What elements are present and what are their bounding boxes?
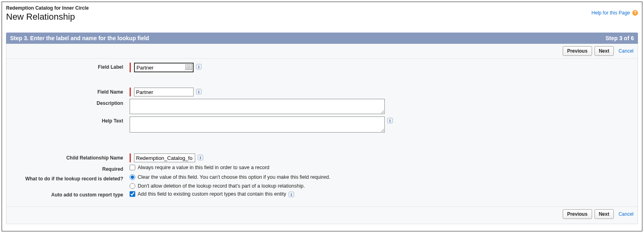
delete-action-label: What to do if the lookup record is delet… [12, 174, 130, 182]
child-relationship-name-input[interactable] [134, 153, 195, 162]
field-name-input[interactable] [134, 88, 194, 96]
page-title: New Relationship [6, 12, 89, 22]
step-progress: Step 3 of 6 [605, 35, 634, 41]
required-text: Always require a value in this field in … [138, 165, 269, 170]
next-button-bottom[interactable]: Next [594, 209, 614, 219]
required-bar [130, 153, 131, 162]
step-header: Step 3. Enter the label and name for the… [6, 33, 638, 44]
field-name-label: Field Name [12, 88, 130, 95]
autofill-icon [186, 64, 192, 70]
auto-add-label: Auto add to custom report type [12, 190, 130, 198]
auto-add-text: Add this field to existing custom report… [138, 191, 286, 197]
required-bar [130, 63, 131, 72]
info-icon[interactable]: i [289, 192, 294, 197]
page-subtitle: Redemption Catalog for Inner Circle [6, 5, 89, 11]
help-icon: ? [632, 10, 638, 16]
cancel-link-bottom[interactable]: Cancel [619, 211, 634, 217]
step-title: Step 3. Enter the label and name for the… [10, 35, 149, 41]
cancel-link[interactable]: Cancel [619, 48, 634, 54]
auto-add-checkbox[interactable] [130, 191, 135, 197]
delete-clear-radio[interactable] [130, 174, 135, 180]
info-icon[interactable]: i [387, 118, 393, 123]
previous-button-bottom[interactable]: Previous [563, 209, 592, 219]
field-label-label: Field Label [12, 63, 130, 70]
info-icon[interactable]: i [196, 89, 202, 94]
description-input[interactable] [130, 99, 385, 114]
help-for-page-link[interactable]: Help for this Page ? [592, 10, 638, 16]
delete-clear-text: Clear the value of this field. You can't… [138, 174, 330, 180]
next-button[interactable]: Next [594, 46, 614, 56]
child-rel-label: Child Relationship Name [12, 153, 130, 161]
info-icon[interactable]: i [196, 64, 202, 69]
previous-button[interactable]: Previous [563, 46, 592, 56]
help-link-text: Help for this Page [592, 10, 630, 16]
help-text-input[interactable] [130, 117, 385, 133]
delete-no-text: Don't allow deletion of the lookup recor… [138, 183, 305, 189]
field-label-input[interactable] [134, 63, 194, 72]
help-text-label: Help Text [12, 117, 130, 124]
delete-no-radio[interactable] [130, 183, 135, 189]
required-checkbox[interactable] [130, 165, 135, 170]
required-label: Required [12, 165, 130, 172]
description-label: Description [12, 99, 130, 106]
required-bar [130, 88, 131, 96]
info-icon[interactable]: i [198, 155, 203, 160]
